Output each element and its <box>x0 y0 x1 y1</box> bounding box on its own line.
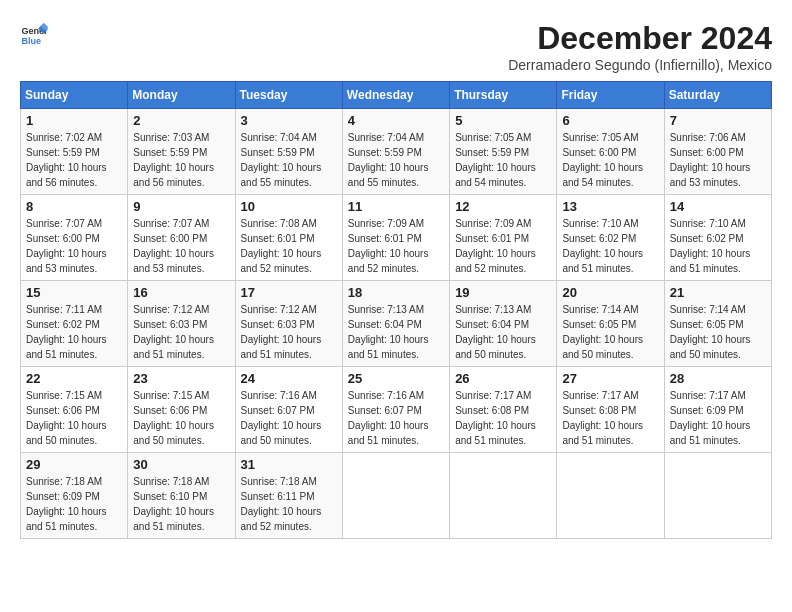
day-detail: Sunrise: 7:14 AMSunset: 6:05 PMDaylight:… <box>562 302 658 362</box>
calendar-cell: 8 Sunrise: 7:07 AMSunset: 6:00 PMDayligh… <box>21 195 128 281</box>
calendar-cell: 26 Sunrise: 7:17 AMSunset: 6:08 PMDaylig… <box>450 367 557 453</box>
weekday-header: Thursday <box>450 82 557 109</box>
day-detail: Sunrise: 7:03 AMSunset: 5:59 PMDaylight:… <box>133 130 229 190</box>
day-number: 22 <box>26 371 122 386</box>
day-detail: Sunrise: 7:18 AMSunset: 6:10 PMDaylight:… <box>133 474 229 534</box>
day-number: 13 <box>562 199 658 214</box>
day-number: 31 <box>241 457 337 472</box>
calendar-cell: 30 Sunrise: 7:18 AMSunset: 6:10 PMDaylig… <box>128 453 235 539</box>
day-detail: Sunrise: 7:10 AMSunset: 6:02 PMDaylight:… <box>670 216 766 276</box>
day-detail: Sunrise: 7:07 AMSunset: 6:00 PMDaylight:… <box>26 216 122 276</box>
day-number: 5 <box>455 113 551 128</box>
day-detail: Sunrise: 7:07 AMSunset: 6:00 PMDaylight:… <box>133 216 229 276</box>
day-detail: Sunrise: 7:04 AMSunset: 5:59 PMDaylight:… <box>241 130 337 190</box>
title-block: December 2024 Derramadero Segundo (Infie… <box>508 20 772 73</box>
svg-text:Blue: Blue <box>21 36 41 46</box>
day-number: 2 <box>133 113 229 128</box>
day-detail: Sunrise: 7:17 AMSunset: 6:08 PMDaylight:… <box>562 388 658 448</box>
calendar-cell: 16 Sunrise: 7:12 AMSunset: 6:03 PMDaylig… <box>128 281 235 367</box>
calendar-cell: 29 Sunrise: 7:18 AMSunset: 6:09 PMDaylig… <box>21 453 128 539</box>
calendar-cell: 24 Sunrise: 7:16 AMSunset: 6:07 PMDaylig… <box>235 367 342 453</box>
calendar-cell: 22 Sunrise: 7:15 AMSunset: 6:06 PMDaylig… <box>21 367 128 453</box>
day-detail: Sunrise: 7:10 AMSunset: 6:02 PMDaylight:… <box>562 216 658 276</box>
calendar-cell: 18 Sunrise: 7:13 AMSunset: 6:04 PMDaylig… <box>342 281 449 367</box>
calendar-cell <box>557 453 664 539</box>
day-detail: Sunrise: 7:15 AMSunset: 6:06 PMDaylight:… <box>133 388 229 448</box>
day-number: 27 <box>562 371 658 386</box>
day-number: 23 <box>133 371 229 386</box>
calendar-cell: 19 Sunrise: 7:13 AMSunset: 6:04 PMDaylig… <box>450 281 557 367</box>
calendar-cell: 1 Sunrise: 7:02 AMSunset: 5:59 PMDayligh… <box>21 109 128 195</box>
day-number: 26 <box>455 371 551 386</box>
calendar-cell: 27 Sunrise: 7:17 AMSunset: 6:08 PMDaylig… <box>557 367 664 453</box>
day-number: 29 <box>26 457 122 472</box>
logo: General Blue <box>20 20 48 48</box>
day-number: 1 <box>26 113 122 128</box>
day-detail: Sunrise: 7:13 AMSunset: 6:04 PMDaylight:… <box>348 302 444 362</box>
day-detail: Sunrise: 7:09 AMSunset: 6:01 PMDaylight:… <box>455 216 551 276</box>
day-number: 25 <box>348 371 444 386</box>
weekday-header: Saturday <box>664 82 771 109</box>
day-number: 9 <box>133 199 229 214</box>
day-number: 17 <box>241 285 337 300</box>
calendar-cell: 13 Sunrise: 7:10 AMSunset: 6:02 PMDaylig… <box>557 195 664 281</box>
day-number: 6 <box>562 113 658 128</box>
day-number: 8 <box>26 199 122 214</box>
day-detail: Sunrise: 7:15 AMSunset: 6:06 PMDaylight:… <box>26 388 122 448</box>
day-number: 11 <box>348 199 444 214</box>
page-title: December 2024 <box>508 20 772 57</box>
day-detail: Sunrise: 7:16 AMSunset: 6:07 PMDaylight:… <box>241 388 337 448</box>
calendar-cell: 7 Sunrise: 7:06 AMSunset: 6:00 PMDayligh… <box>664 109 771 195</box>
day-detail: Sunrise: 7:16 AMSunset: 6:07 PMDaylight:… <box>348 388 444 448</box>
calendar-cell: 2 Sunrise: 7:03 AMSunset: 5:59 PMDayligh… <box>128 109 235 195</box>
weekday-header: Tuesday <box>235 82 342 109</box>
calendar-cell: 4 Sunrise: 7:04 AMSunset: 5:59 PMDayligh… <box>342 109 449 195</box>
day-detail: Sunrise: 7:09 AMSunset: 6:01 PMDaylight:… <box>348 216 444 276</box>
weekday-header: Friday <box>557 82 664 109</box>
day-number: 14 <box>670 199 766 214</box>
day-detail: Sunrise: 7:05 AMSunset: 5:59 PMDaylight:… <box>455 130 551 190</box>
weekday-header: Sunday <box>21 82 128 109</box>
calendar-week-row: 22 Sunrise: 7:15 AMSunset: 6:06 PMDaylig… <box>21 367 772 453</box>
day-detail: Sunrise: 7:05 AMSunset: 6:00 PMDaylight:… <box>562 130 658 190</box>
calendar-cell <box>342 453 449 539</box>
day-number: 3 <box>241 113 337 128</box>
calendar-week-row: 1 Sunrise: 7:02 AMSunset: 5:59 PMDayligh… <box>21 109 772 195</box>
calendar-cell: 6 Sunrise: 7:05 AMSunset: 6:00 PMDayligh… <box>557 109 664 195</box>
weekday-header: Monday <box>128 82 235 109</box>
calendar-cell: 12 Sunrise: 7:09 AMSunset: 6:01 PMDaylig… <box>450 195 557 281</box>
day-number: 24 <box>241 371 337 386</box>
day-detail: Sunrise: 7:12 AMSunset: 6:03 PMDaylight:… <box>133 302 229 362</box>
day-detail: Sunrise: 7:12 AMSunset: 6:03 PMDaylight:… <box>241 302 337 362</box>
day-detail: Sunrise: 7:14 AMSunset: 6:05 PMDaylight:… <box>670 302 766 362</box>
day-detail: Sunrise: 7:17 AMSunset: 6:09 PMDaylight:… <box>670 388 766 448</box>
calendar-cell: 15 Sunrise: 7:11 AMSunset: 6:02 PMDaylig… <box>21 281 128 367</box>
calendar-cell <box>450 453 557 539</box>
calendar-cell: 31 Sunrise: 7:18 AMSunset: 6:11 PMDaylig… <box>235 453 342 539</box>
calendar-cell: 20 Sunrise: 7:14 AMSunset: 6:05 PMDaylig… <box>557 281 664 367</box>
calendar-cell <box>664 453 771 539</box>
day-number: 15 <box>26 285 122 300</box>
calendar-cell: 21 Sunrise: 7:14 AMSunset: 6:05 PMDaylig… <box>664 281 771 367</box>
day-number: 7 <box>670 113 766 128</box>
calendar-cell: 23 Sunrise: 7:15 AMSunset: 6:06 PMDaylig… <box>128 367 235 453</box>
calendar-cell: 9 Sunrise: 7:07 AMSunset: 6:00 PMDayligh… <box>128 195 235 281</box>
page-subtitle: Derramadero Segundo (Infiernillo), Mexic… <box>508 57 772 73</box>
day-detail: Sunrise: 7:08 AMSunset: 6:01 PMDaylight:… <box>241 216 337 276</box>
day-number: 19 <box>455 285 551 300</box>
calendar-cell: 28 Sunrise: 7:17 AMSunset: 6:09 PMDaylig… <box>664 367 771 453</box>
calendar-week-row: 8 Sunrise: 7:07 AMSunset: 6:00 PMDayligh… <box>21 195 772 281</box>
day-number: 4 <box>348 113 444 128</box>
day-detail: Sunrise: 7:04 AMSunset: 5:59 PMDaylight:… <box>348 130 444 190</box>
logo-icon: General Blue <box>20 20 48 48</box>
day-number: 10 <box>241 199 337 214</box>
calendar-cell: 25 Sunrise: 7:16 AMSunset: 6:07 PMDaylig… <box>342 367 449 453</box>
calendar-cell: 11 Sunrise: 7:09 AMSunset: 6:01 PMDaylig… <box>342 195 449 281</box>
day-detail: Sunrise: 7:11 AMSunset: 6:02 PMDaylight:… <box>26 302 122 362</box>
calendar-week-row: 15 Sunrise: 7:11 AMSunset: 6:02 PMDaylig… <box>21 281 772 367</box>
calendar-cell: 17 Sunrise: 7:12 AMSunset: 6:03 PMDaylig… <box>235 281 342 367</box>
calendar-cell: 5 Sunrise: 7:05 AMSunset: 5:59 PMDayligh… <box>450 109 557 195</box>
day-detail: Sunrise: 7:06 AMSunset: 6:00 PMDaylight:… <box>670 130 766 190</box>
header: General Blue December 2024 Derramadero S… <box>20 20 772 73</box>
day-number: 12 <box>455 199 551 214</box>
